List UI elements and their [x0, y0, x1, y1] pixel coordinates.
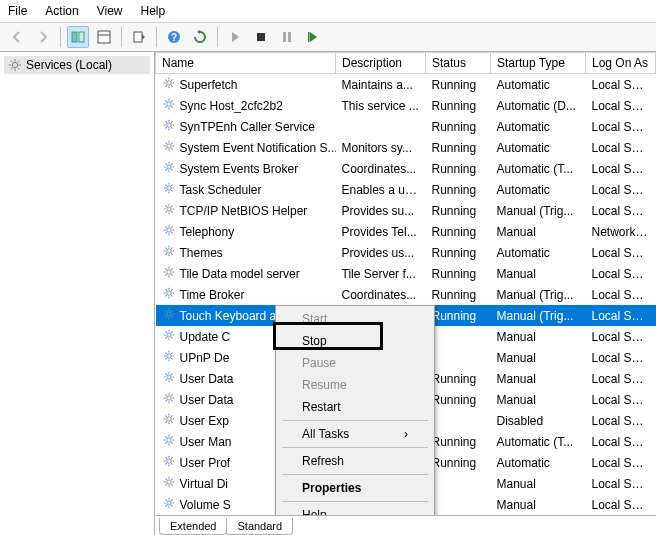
service-name: User Prof [180, 456, 231, 470]
gear-icon [162, 76, 176, 93]
service-startup: Manual [491, 263, 586, 284]
ctx-refresh[interactable]: Refresh [278, 450, 432, 472]
service-row[interactable]: Time BrokerCoordinates...RunningManual (… [156, 284, 656, 305]
service-row[interactable]: TCP/IP NetBIOS HelperProvides su...Runni… [156, 200, 656, 221]
svg-point-26 [166, 375, 170, 379]
service-status: Running [426, 263, 491, 284]
show-hide-button[interactable] [93, 26, 115, 48]
service-logon: Local Syste... [586, 95, 656, 116]
svg-point-21 [166, 270, 170, 274]
service-logon: Local Syste... [586, 179, 656, 200]
gear-icon [162, 328, 176, 345]
gear-icon [162, 391, 176, 408]
service-desc: Coordinates... [336, 158, 426, 179]
service-status: Running [426, 242, 491, 263]
stop-button[interactable] [250, 26, 272, 48]
service-startup: Automatic [491, 179, 586, 200]
service-startup: Automatic [491, 74, 586, 96]
menu-view[interactable]: View [97, 4, 123, 18]
service-status: Running [426, 221, 491, 242]
service-row[interactable]: SuperfetchMaintains a...RunningAutomatic… [156, 74, 656, 96]
service-status: Running [426, 158, 491, 179]
ctx-resume: Resume [278, 374, 432, 396]
service-startup: Disabled [491, 410, 586, 431]
service-logon: Local Syste... [586, 242, 656, 263]
service-desc: This service ... [336, 95, 426, 116]
service-status [426, 410, 491, 431]
service-row[interactable]: TelephonyProvides Tel...RunningManualNet… [156, 221, 656, 242]
service-logon: Network S... [586, 221, 656, 242]
service-desc: Coordinates... [336, 284, 426, 305]
context-menu: Start Stop Pause Resume Restart All Task… [275, 305, 435, 515]
service-startup: Manual (Trig... [491, 200, 586, 221]
refresh-button[interactable] [189, 26, 211, 48]
svg-rect-10 [308, 32, 310, 42]
col-logon[interactable]: Log On As [586, 53, 656, 74]
service-status: Running [426, 200, 491, 221]
svg-point-28 [166, 417, 170, 421]
service-status [426, 347, 491, 368]
col-description[interactable]: Description [336, 53, 426, 74]
service-name: Sync Host_2cfc2b2 [180, 99, 283, 113]
ctx-stop[interactable]: Stop [278, 330, 432, 352]
service-logon: Local Syste... [586, 137, 656, 158]
service-row[interactable]: System Event Notification S...Monitors s… [156, 137, 656, 158]
service-row[interactable]: ThemesProvides us...RunningAutomaticLoca… [156, 242, 656, 263]
ctx-properties[interactable]: Properties [278, 477, 432, 499]
svg-point-31 [166, 480, 170, 484]
service-startup: Manual (Trig... [491, 305, 586, 326]
ctx-pause: Pause [278, 352, 432, 374]
gear-icon [162, 454, 176, 471]
tab-extended[interactable]: Extended [159, 518, 227, 535]
tab-standard[interactable]: Standard [226, 518, 293, 535]
service-startup: Automatic [491, 242, 586, 263]
service-logon: Local Syste... [586, 431, 656, 452]
svg-point-18 [166, 207, 170, 211]
service-desc: Provides su... [336, 200, 426, 221]
service-startup: Manual [491, 347, 586, 368]
menu-action[interactable]: Action [45, 4, 78, 18]
restart-button[interactable] [302, 26, 324, 48]
svg-rect-9 [288, 32, 291, 42]
svg-point-12 [166, 81, 170, 85]
service-name: Time Broker [180, 288, 245, 302]
service-row[interactable]: SynTPEnh Caller ServiceRunningAutomaticL… [156, 116, 656, 137]
gear-icon [162, 223, 176, 240]
col-status[interactable]: Status [426, 53, 491, 74]
svg-point-30 [166, 459, 170, 463]
svg-point-25 [166, 354, 170, 358]
services-icon [8, 58, 22, 72]
col-name[interactable]: Name [156, 53, 336, 74]
svg-point-24 [166, 333, 170, 337]
service-desc: Monitors sy... [336, 137, 426, 158]
service-name: Telephony [180, 225, 235, 239]
col-startup[interactable]: Startup Type [491, 53, 586, 74]
service-logon: Local Syste... [586, 263, 656, 284]
gear-icon [162, 412, 176, 429]
help-button[interactable]: ? [163, 26, 185, 48]
menu-file[interactable]: File [8, 4, 27, 18]
service-row[interactable]: Task SchedulerEnables a us...RunningAuto… [156, 179, 656, 200]
service-startup: Automatic (T... [491, 431, 586, 452]
ctx-help[interactable]: Help [278, 504, 432, 515]
tree-services-local[interactable]: Services (Local) [4, 56, 150, 74]
service-logon: Local Syste... [586, 452, 656, 473]
ctx-all-tasks[interactable]: All Tasks [278, 423, 432, 445]
service-row[interactable]: Tile Data model serverTile Server f...Ru… [156, 263, 656, 284]
details-pane-button[interactable] [67, 26, 89, 48]
export-button[interactable] [128, 26, 150, 48]
svg-point-23 [166, 312, 170, 316]
service-logon: Local Syste... [586, 116, 656, 137]
ctx-restart[interactable]: Restart [278, 396, 432, 418]
svg-rect-2 [98, 31, 110, 43]
svg-rect-0 [72, 32, 77, 42]
service-row[interactable]: System Events BrokerCoordinates...Runnin… [156, 158, 656, 179]
service-status: Running [426, 452, 491, 473]
service-row[interactable]: Sync Host_2cfc2b2This service ...Running… [156, 95, 656, 116]
service-name: Virtual Di [180, 477, 228, 491]
service-startup: Automatic (D... [491, 95, 586, 116]
service-startup: Manual [491, 368, 586, 389]
menu-help[interactable]: Help [141, 4, 166, 18]
service-status [426, 494, 491, 515]
service-startup: Manual [491, 473, 586, 494]
